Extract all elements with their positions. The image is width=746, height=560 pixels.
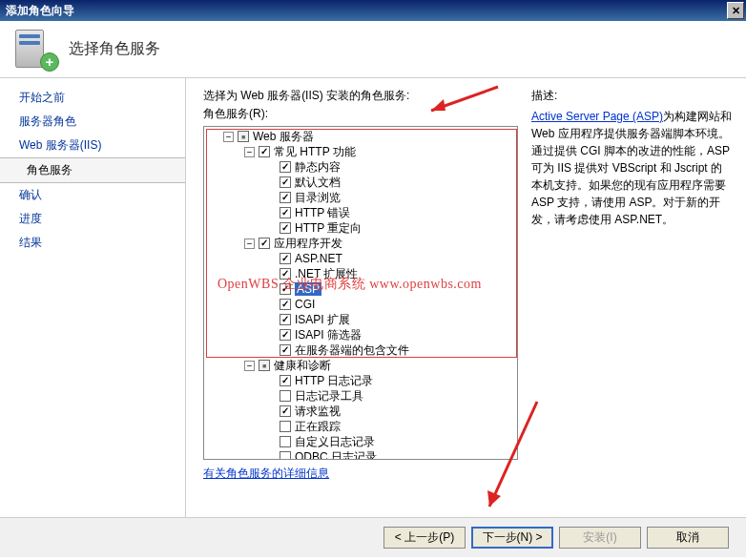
tree-checkbox[interactable] <box>259 360 270 371</box>
close-button[interactable]: ✕ <box>727 2 744 19</box>
tree-label: 目录浏览 <box>295 190 341 206</box>
tree-label: 常见 HTTP 功能 <box>274 144 356 160</box>
tree-label: HTTP 日志记录 <box>295 373 373 389</box>
tree-checkbox[interactable] <box>259 238 270 249</box>
tree-checkbox[interactable] <box>280 176 291 188</box>
tree-label: Web 服务器 <box>253 129 314 145</box>
roles-label: 角色服务(R): <box>203 106 518 122</box>
wizard-sidebar: 开始之前 服务器角色 Web 服务器(IIS) 角色服务 确认 进度 结果 <box>0 78 186 517</box>
tree-row[interactable]: HTTP 重定向 <box>204 220 517 236</box>
tree-row[interactable]: 静态内容 <box>204 159 517 175</box>
tree-checkbox[interactable] <box>259 146 270 157</box>
prompt-text: 选择为 Web 服务器(IIS) 安装的角色服务: <box>203 88 518 104</box>
tree-label: HTTP 错误 <box>295 205 350 221</box>
tree-row[interactable]: ISAPI 筛选器 <box>204 327 517 342</box>
tree-checkbox[interactable] <box>280 390 291 402</box>
tree-checkbox[interactable] <box>280 451 291 460</box>
tree-label: 日志记录工具 <box>295 388 363 404</box>
tree-label: 在服务器端的包含文件 <box>295 342 409 359</box>
next-button[interactable]: 下一步(N) > <box>471 527 553 549</box>
tree-row[interactable]: 默认文档 <box>204 175 517 190</box>
cancel-button[interactable]: 取消 <box>647 527 729 549</box>
tree-checkbox[interactable] <box>280 207 291 218</box>
tree-checkbox[interactable] <box>280 299 291 310</box>
tree-label: 默认文档 <box>295 175 341 191</box>
nav-role-services[interactable]: 角色服务 <box>0 157 185 183</box>
expand-toggle[interactable]: − <box>244 147 255 157</box>
tree-checkbox[interactable] <box>280 253 291 264</box>
nav-server-roles[interactable]: 服务器角色 <box>0 110 185 134</box>
description-box: Active Server Page (ASP)为构建网站和 Web 应用程序提… <box>531 108 733 228</box>
tree-row[interactable]: CGI <box>204 297 517 312</box>
tree-row[interactable]: 正在跟踪 <box>204 419 517 434</box>
nav-before-begin[interactable]: 开始之前 <box>0 86 185 110</box>
expand-toggle[interactable]: − <box>244 361 255 371</box>
tree-row[interactable]: ASP.NET <box>204 251 517 266</box>
nav-results[interactable]: 结果 <box>0 231 185 255</box>
expand-toggle[interactable]: − <box>244 239 255 249</box>
prev-button[interactable]: < 上一步(P) <box>383 527 466 549</box>
tree-row[interactable]: −应用程序开发 <box>204 236 517 251</box>
tree-label: 健康和诊断 <box>274 358 331 374</box>
tree-row[interactable]: 在服务器端的包含文件 <box>204 342 517 358</box>
tree-row[interactable]: HTTP 日志记录 <box>204 373 517 388</box>
tree-checkbox[interactable] <box>280 222 291 234</box>
tree-row[interactable]: .NET 扩展性 <box>204 266 517 281</box>
tree-label: ASP <box>295 282 321 296</box>
tree-row[interactable]: −常见 HTTP 功能 <box>204 144 517 159</box>
tree-checkbox[interactable] <box>280 268 291 280</box>
tree-label: ISAPI 扩展 <box>295 312 350 328</box>
wizard-footer: < 上一步(P) 下一步(N) > 安装(I) 取消 <box>0 517 746 557</box>
tree-row[interactable]: −Web 服务器 <box>204 129 517 144</box>
expand-toggle[interactable]: − <box>223 132 234 142</box>
tree-label: ASP.NET <box>295 252 342 265</box>
tree-checkbox[interactable] <box>238 131 249 142</box>
tree-checkbox[interactable] <box>280 421 291 432</box>
tree-row[interactable]: ASP <box>204 281 517 297</box>
tree-checkbox[interactable] <box>280 405 291 417</box>
tree-label: ODBC 日志记录 <box>295 449 377 461</box>
nav-confirm[interactable]: 确认 <box>0 183 185 207</box>
description-title: 描述: <box>531 88 733 104</box>
tree-label: CGI <box>295 298 315 311</box>
tree-checkbox[interactable] <box>280 192 291 203</box>
tree-checkbox[interactable] <box>280 329 291 341</box>
tree-row[interactable]: 请求监视 <box>204 404 517 419</box>
tree-row[interactable]: HTTP 错误 <box>204 205 517 220</box>
details-link[interactable]: 有关角色服务的详细信息 <box>203 466 518 482</box>
tree-row[interactable]: ISAPI 扩展 <box>204 312 517 327</box>
tree-label: 静态内容 <box>295 159 341 176</box>
tree-row[interactable]: −健康和诊断 <box>204 358 517 373</box>
wizard-header: + 选择角色服务 <box>0 21 746 78</box>
asp-link[interactable]: Active Server Page (ASP) <box>531 110 663 123</box>
tree-label: ISAPI 筛选器 <box>295 327 362 343</box>
tree-label: 请求监视 <box>295 404 341 420</box>
tree-checkbox[interactable] <box>280 314 291 325</box>
tree-row[interactable]: 自定义日志记录 <box>204 434 517 449</box>
tree-label: 正在跟踪 <box>295 419 341 435</box>
titlebar: 添加角色向导 ✕ <box>0 0 746 21</box>
tree-checkbox[interactable] <box>280 436 291 447</box>
tree-checkbox[interactable] <box>280 283 291 295</box>
tree-checkbox[interactable] <box>280 161 291 173</box>
nav-progress[interactable]: 进度 <box>0 207 185 231</box>
tree-label: 应用程序开发 <box>274 236 342 252</box>
tree-row[interactable]: 日志记录工具 <box>204 388 517 404</box>
tree-label: 自定义日志记录 <box>295 434 375 450</box>
nav-web-server-iis[interactable]: Web 服务器(IIS) <box>0 134 185 157</box>
install-button: 安装(I) <box>559 527 641 549</box>
server-role-icon: + <box>15 30 55 70</box>
description-text: 为构建网站和 Web 应用程序提供服务器端脚本环境。通过提供 CGI 脚本的改进… <box>531 110 732 226</box>
window-title: 添加角色向导 <box>6 3 74 19</box>
tree-label: HTTP 重定向 <box>295 220 362 237</box>
tree-label: .NET 扩展性 <box>295 266 358 282</box>
tree-row[interactable]: 目录浏览 <box>204 190 517 205</box>
role-services-tree[interactable]: −Web 服务器−常见 HTTP 功能静态内容默认文档目录浏览HTTP 错误HT… <box>203 126 518 460</box>
tree-row[interactable]: ODBC 日志记录 <box>204 449 517 460</box>
tree-checkbox[interactable] <box>280 344 291 356</box>
tree-checkbox[interactable] <box>280 375 291 386</box>
page-title: 选择角色服务 <box>69 39 160 59</box>
